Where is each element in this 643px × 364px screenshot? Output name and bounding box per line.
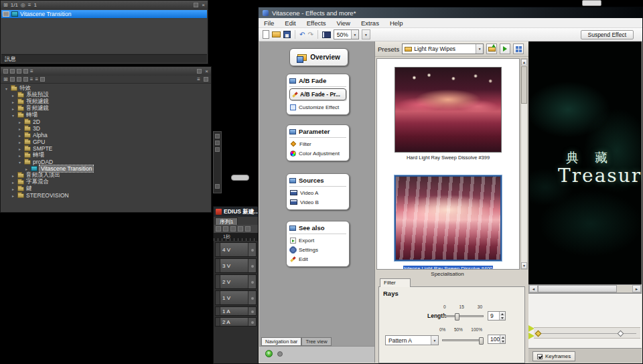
palette-list-area[interactable] bbox=[1, 19, 207, 54]
open-folder-icon[interactable] bbox=[272, 31, 281, 37]
track-header-1v[interactable]: 1 V bbox=[215, 290, 257, 305]
sort-icon[interactable]: ≡ bbox=[197, 77, 200, 82]
add-button[interactable]: + bbox=[265, 350, 273, 357]
folder-dropdown-icon[interactable]: ▾ bbox=[476, 44, 483, 54]
tree-item[interactable]: ▾轉場 bbox=[3, 112, 209, 118]
menu-view[interactable]: View bbox=[332, 19, 356, 27]
expand-arrow-icon[interactable]: ▸ bbox=[11, 193, 15, 198]
dock-grid-icon[interactable]: ⊞ bbox=[3, 3, 8, 8]
menu-effects[interactable]: Effects bbox=[301, 19, 332, 27]
strip-icon[interactable] bbox=[215, 184, 220, 189]
effect-preview[interactable]: 典 藏 Treasure bbox=[528, 41, 642, 284]
strip-icon[interactable] bbox=[215, 147, 220, 152]
view-icon[interactable] bbox=[17, 77, 21, 82]
track-button[interactable] bbox=[248, 318, 256, 326]
track-header-4v[interactable]: 4 V bbox=[215, 242, 257, 257]
view-grid-icon[interactable]: ⊞ bbox=[3, 77, 8, 82]
preset-folder-select[interactable]: Light Ray Wipes ▾ bbox=[402, 43, 484, 54]
film-icon[interactable] bbox=[322, 31, 331, 38]
collapsed-panel-strip[interactable] bbox=[213, 131, 222, 193]
scrollbar-thumb[interactable] bbox=[538, 285, 617, 292]
grid-view-button[interactable] bbox=[513, 43, 524, 54]
spin-down-icon[interactable] bbox=[500, 339, 505, 343]
menu-help[interactable]: Help bbox=[384, 19, 409, 27]
timeline-titlebar[interactable]: EDIUS 新建... bbox=[214, 207, 258, 217]
scrollbar-thumb[interactable] bbox=[521, 66, 527, 104]
suspend-effect-button[interactable]: Suspend Effect bbox=[581, 30, 634, 39]
expand-arrow-icon[interactable]: ▸ bbox=[11, 93, 15, 98]
timeline-ruler[interactable]: 1秒 bbox=[214, 233, 258, 241]
track-button[interactable] bbox=[248, 259, 256, 272]
list-icon[interactable]: ≡ bbox=[28, 3, 31, 8]
expand-arrow-icon[interactable]: ▸ bbox=[17, 126, 22, 131]
track-button[interactable] bbox=[248, 243, 256, 256]
view-icon[interactable] bbox=[10, 77, 15, 82]
tree-toolbar-icon[interactable] bbox=[3, 69, 8, 74]
expand-arrow-icon[interactable]: ▸ bbox=[11, 173, 15, 178]
tree-item[interactable]: ▸轉場 bbox=[3, 152, 209, 159]
track-button[interactable] bbox=[248, 275, 256, 288]
track-expander[interactable] bbox=[216, 243, 220, 256]
track-expander[interactable] bbox=[216, 307, 220, 315]
track-header-2v[interactable]: 2 V bbox=[215, 274, 257, 289]
menu-edit[interactable]: Edit bbox=[279, 19, 301, 27]
view-icon[interactable] bbox=[23, 77, 28, 82]
filter-tab[interactable]: Filter bbox=[380, 278, 411, 287]
tab-tree-view[interactable]: Tree view bbox=[301, 337, 331, 346]
floating-handle[interactable] bbox=[231, 175, 249, 181]
scroll-left-icon[interactable]: ◄ bbox=[529, 285, 538, 292]
tree-item[interactable]: ▸STEREOVISION bbox=[3, 192, 209, 199]
preset-item-selected[interactable]: Intense Light Ray Sweep Dissolve #400 bbox=[395, 175, 502, 270]
spin-down-icon[interactable] bbox=[500, 316, 505, 320]
tree-item[interactable]: ▸Alpha bbox=[3, 132, 209, 139]
panel-option-icon[interactable] bbox=[197, 69, 202, 74]
length-slider-thumb[interactable] bbox=[455, 313, 459, 321]
timeline-tool-icon[interactable] bbox=[216, 226, 221, 232]
track-expander[interactable] bbox=[216, 259, 220, 272]
ab-fade-preset-button[interactable]: A/B Fade - Pr... bbox=[289, 88, 346, 100]
keyframes-toggle[interactable]: Keyframes bbox=[532, 351, 575, 361]
zoom-dropdown-icon[interactable]: ▾ bbox=[351, 30, 358, 39]
length-slider[interactable] bbox=[443, 315, 484, 317]
edit-item[interactable]: Edit bbox=[289, 254, 346, 264]
timeline-tool-icon[interactable] bbox=[223, 226, 228, 232]
new-document-icon[interactable] bbox=[263, 30, 269, 39]
toolbar-dropdown-icon[interactable]: ▾ bbox=[362, 29, 370, 39]
menu-extras[interactable]: Extras bbox=[356, 19, 384, 27]
tree-toolbar-icon[interactable] bbox=[10, 69, 15, 74]
track-header-2a[interactable]: 2 A bbox=[215, 317, 257, 327]
checkbox-checked-icon[interactable] bbox=[537, 354, 543, 359]
palette-close-icon[interactable]: × bbox=[202, 3, 205, 8]
video-a-item[interactable]: Video A bbox=[289, 188, 346, 197]
keyframe-track[interactable] bbox=[534, 327, 640, 339]
expand-arrow-icon[interactable]: ▸ bbox=[11, 180, 15, 185]
percent-spinner[interactable]: 100 bbox=[488, 335, 506, 344]
customize-effect-item[interactable]: Customize Effect bbox=[289, 102, 346, 112]
strip-icon[interactable] bbox=[215, 141, 220, 145]
expand-arrow-icon[interactable]: ▾ bbox=[11, 113, 15, 118]
palette-selected-row[interactable]: Vitascene Transition bbox=[1, 10, 207, 18]
expand-arrow-icon[interactable]: ▾ bbox=[4, 86, 9, 91]
scroll-right-icon[interactable]: ► bbox=[632, 285, 641, 292]
video-b-item[interactable]: Video B bbox=[289, 197, 346, 207]
menu-file[interactable]: File bbox=[259, 19, 279, 27]
expand-arrow-icon[interactable]: ▾ bbox=[17, 160, 22, 165]
pattern-select[interactable]: Pattern A ▾ bbox=[385, 335, 439, 345]
tree-item[interactable]: ▸GPU bbox=[3, 139, 209, 145]
scroll-down-icon[interactable]: ▼ bbox=[521, 262, 527, 269]
tree-item[interactable]: ▸3D bbox=[3, 125, 209, 132]
export-item[interactable]: Export bbox=[289, 236, 346, 245]
track-header-3v[interactable]: 3 V bbox=[215, 258, 257, 273]
percent-slider-thumb[interactable] bbox=[479, 337, 484, 345]
view-icon[interactable] bbox=[40, 77, 45, 82]
tree-item[interactable]: ▸字幕混合 bbox=[3, 179, 209, 185]
scroll-up-icon[interactable]: ▲ bbox=[521, 59, 527, 66]
track-button[interactable] bbox=[248, 291, 256, 304]
track-header-1a[interactable]: 1 A bbox=[215, 306, 257, 316]
view-list-icon[interactable]: ≡ bbox=[30, 77, 33, 82]
length-spinner[interactable]: 9 bbox=[488, 311, 506, 321]
preview-scrollbar[interactable]: ◄ ► bbox=[528, 284, 642, 293]
expand-arrow-icon[interactable]: ▸ bbox=[17, 147, 22, 151]
timeline-tool-icon[interactable] bbox=[238, 226, 243, 232]
expand-arrow-icon[interactable]: ▸ bbox=[17, 133, 22, 138]
